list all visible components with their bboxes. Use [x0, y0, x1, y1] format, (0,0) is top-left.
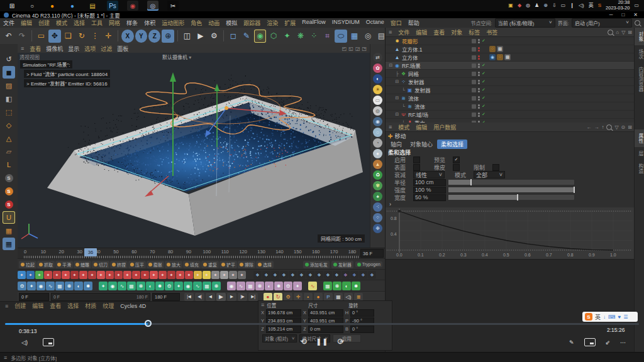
explorer-icon[interactable]: ▤	[87, 1, 98, 11]
editor-render-dots[interactable]	[478, 55, 480, 60]
layer-toggle[interactable]	[472, 72, 476, 76]
am-up-icon[interactable]: ↑	[601, 124, 604, 130]
particle-tag-icon[interactable]: ⁘	[489, 46, 496, 52]
layer-toggle[interactable]	[472, 39, 476, 43]
brush-icon-6[interactable]: ✦	[62, 271, 70, 279]
tool-添加毛发[interactable]: 添加毛发	[303, 261, 330, 268]
active-sim-toggle-1[interactable]: ∿	[308, 282, 317, 290]
enable-check[interactable]: ✓	[482, 87, 487, 92]
dynamics-pink-group-2[interactable]: ∿	[236, 282, 245, 290]
sogou-logo-icon[interactable]: S	[585, 313, 592, 321]
enable-check[interactable]: ✓	[482, 104, 487, 109]
dynamics-pink-group-6[interactable]: ✸	[274, 282, 283, 290]
last-used-tool[interactable]: ⋮	[89, 30, 101, 43]
强度-slider-handle[interactable]	[574, 187, 575, 193]
tree-row-立方体[interactable]: ▲立方体◉⁘▩	[386, 53, 635, 62]
soft-表面-checkbox[interactable]	[413, 164, 420, 171]
prev-key-button[interactable]: ◀|	[195, 293, 204, 301]
模式-select[interactable]: 全部˅	[474, 171, 505, 178]
mixer-preset-icon[interactable]: ⇄	[373, 53, 382, 62]
material-menu-icon[interactable]: ≡	[3, 303, 11, 309]
particles-green-group-6[interactable]: ◐	[146, 282, 155, 290]
tree-row-立方体.1[interactable]: ▲立方体.1⁘▩	[386, 45, 635, 53]
layer-toggle[interactable]	[472, 96, 476, 101]
tree-row-RF.域/场[interactable]: ⊟ΨRF.域/场✓	[386, 111, 635, 119]
layer-bars-button[interactable]: ≣	[354, 293, 363, 301]
editor-render-dots[interactable]	[478, 47, 480, 52]
dynamics-pink-group-8[interactable]: ✦	[293, 282, 302, 290]
ime-menu-icon[interactable]: ☰	[623, 314, 628, 320]
primitive-cube-menu[interactable]: ◻	[227, 30, 239, 43]
usb-tray-icon[interactable]: ⇩	[552, 3, 557, 8]
am-filter-icon[interactable]: ▽	[614, 124, 618, 130]
constraint-icon-14[interactable]: ❖	[368, 271, 376, 279]
rewind-10-button[interactable]: ⟲10	[300, 337, 307, 346]
simulate-blue-group-6[interactable]: ❋	[65, 282, 74, 290]
particle-tag-icon[interactable]: ⁘	[497, 54, 503, 60]
menu-创建[interactable]: 创建	[35, 19, 53, 27]
lock-x-axis[interactable]: X	[121, 30, 133, 43]
enable-check[interactable]: ✓	[482, 71, 487, 76]
particles-green-group-9[interactable]: ✦	[174, 282, 183, 290]
半径-slider[interactable]	[448, 180, 574, 185]
brush-icon-16[interactable]: ✦	[150, 271, 158, 279]
mograph-menu[interactable]: ⁘	[308, 30, 320, 43]
autokey-button[interactable]: ↻	[274, 293, 282, 301]
make-editable-button[interactable]: ↺	[3, 53, 15, 65]
constraint-icon-4[interactable]: ❖	[280, 271, 288, 279]
constraint-icon-1[interactable]: ❖	[253, 271, 262, 279]
chrome-icon[interactable]: ●	[67, 1, 78, 11]
menu-网格[interactable]: 网格	[106, 19, 123, 27]
forward-30-button[interactable]: ⟳30	[337, 337, 344, 346]
card-preset-icon[interactable]: ▭	[373, 96, 382, 105]
editor-render-dots[interactable]	[478, 39, 480, 43]
frame-range-slider[interactable]: 0 F 180 F	[51, 293, 150, 301]
menu-编辑[interactable]: 编辑	[18, 19, 35, 27]
viewport-menu-过滤[interactable]: 过滤	[98, 45, 114, 53]
collapse-icon[interactable]: ⊟	[388, 63, 394, 68]
pause-button[interactable]: ❚❚	[316, 337, 328, 346]
sculpt-tool-选择[interactable]: 选择	[256, 261, 274, 268]
polygons-mode-button[interactable]: △	[3, 132, 15, 145]
goto-end-button[interactable]: ▶|	[248, 293, 258, 301]
brush-icon-12[interactable]: ✦	[114, 271, 123, 279]
brush-icon-7[interactable]: ✦	[70, 271, 79, 279]
particles-preset-1-icon[interactable]: ⁖	[373, 202, 382, 212]
simulate-blue-group-4[interactable]: ∿	[46, 282, 55, 290]
coord-value-Z-2[interactable]: 105.214 cm	[266, 326, 301, 333]
checker-tag-icon[interactable]: ▩	[504, 54, 511, 60]
simulate-blue-group-5[interactable]: ▦	[55, 282, 64, 290]
gizmo-center-handle[interactable]	[225, 106, 228, 110]
enable-check[interactable]: ✓	[482, 120, 487, 123]
constraint-icon-13[interactable]: ❖	[359, 271, 367, 279]
checker-tag-icon[interactable]: ▩	[497, 46, 503, 52]
security-tray-icon[interactable]: ◆	[518, 3, 521, 8]
constraint-icon-3[interactable]: ❖	[271, 271, 279, 279]
video-more-icon[interactable]: ⋯	[620, 339, 626, 346]
coordinate-system[interactable]: ⊕	[162, 30, 174, 43]
menu-跟踪器[interactable]: 跟踪器	[240, 19, 264, 27]
plus-tool[interactable]: ✛	[103, 30, 114, 43]
menu-Octane[interactable]: Octane	[363, 19, 387, 27]
tool-发射器[interactable]: 发射器	[331, 261, 353, 268]
brush-icon-24[interactable]: ✦	[220, 271, 228, 279]
particles-preset-2-icon[interactable]: ⁘	[373, 213, 382, 222]
camera-menu[interactable]: ◎	[362, 30, 374, 43]
coordinates-menu-icon[interactable]: ≡	[258, 302, 267, 308]
menu-INSYDIUM[interactable]: INSYDIUM	[329, 19, 363, 27]
end-frame-spinner[interactable]: 180 F	[152, 293, 180, 301]
simulate-blue-group-8[interactable]: ✸	[84, 282, 92, 290]
particles-green-group-3[interactable]: ∿	[118, 282, 126, 290]
model-mode-button[interactable]: ◼	[3, 66, 15, 79]
record-keyframe-button[interactable]: ●	[264, 293, 272, 301]
flower-preset-icon[interactable]: ✾	[373, 181, 382, 190]
constraint-icon-8[interactable]: ❖	[315, 271, 323, 279]
tweak-mode-button[interactable]: ▱	[3, 145, 15, 158]
view-layout-4-icon[interactable]: ◳	[362, 46, 367, 52]
coord-value-X-0[interactable]: 403.951 cm	[308, 309, 343, 317]
brush-icon-22[interactable]: ✦	[203, 271, 211, 279]
editor-render-dots[interactable]	[478, 96, 480, 101]
spline-pen-menu[interactable]: ✎	[240, 30, 252, 43]
enable-check[interactable]: ✓	[482, 63, 487, 68]
brush-icon-23[interactable]: ✦	[211, 271, 219, 279]
